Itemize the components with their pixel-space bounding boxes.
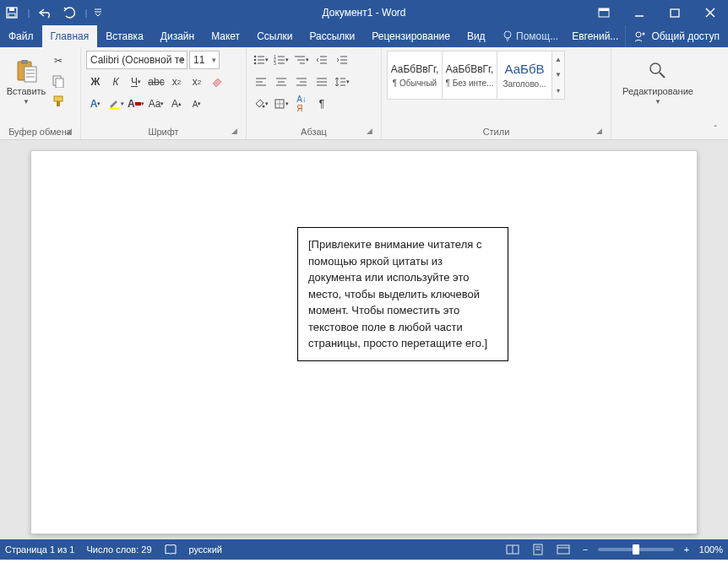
line-spacing-button[interactable]: ▾ <box>333 73 351 91</box>
align-right-button[interactable] <box>292 73 311 91</box>
shrink-font-button[interactable]: A▾ <box>187 95 206 113</box>
style-normal[interactable]: АаБбВвГг, ¶ Обычный <box>387 51 443 100</box>
tell-me[interactable]: Помощ... <box>496 25 565 47</box>
text-effects-button[interactable]: A▾ <box>86 95 105 113</box>
dialog-launcher-icon[interactable]: ◢ <box>63 127 73 137</box>
svg-rect-25 <box>135 102 141 106</box>
italic-button[interactable]: К <box>106 73 125 91</box>
clear-formatting-button[interactable] <box>208 73 226 91</box>
align-right-icon <box>296 77 307 87</box>
svg-point-13 <box>643 33 645 35</box>
styles-gallery-more[interactable]: ▲ ▼ ▾ <box>551 51 565 100</box>
document-page[interactable]: [Привлеките внимание читателя с помощью … <box>30 150 698 534</box>
tab-mailings[interactable]: Рассылки <box>301 25 363 47</box>
show-marks-button[interactable]: ¶ <box>312 95 331 113</box>
close-icon[interactable] <box>693 0 728 25</box>
svg-point-9 <box>504 31 511 38</box>
highlight-button[interactable]: ▾ <box>106 95 125 113</box>
brush-icon <box>52 95 65 108</box>
tab-home[interactable]: Главная <box>42 25 98 47</box>
svg-text:2: 2 <box>274 57 276 62</box>
decrease-indent-button[interactable] <box>312 51 331 69</box>
tab-view[interactable]: Вид <box>459 25 494 47</box>
share-button[interactable]: Общий доступ <box>625 25 728 47</box>
underline-button[interactable]: Ч▾ <box>127 73 145 91</box>
change-case-button[interactable]: Aa▾ <box>147 95 166 113</box>
svg-point-26 <box>254 56 257 58</box>
tab-insert[interactable]: Вставка <box>97 25 152 47</box>
zoom-out-button[interactable]: − <box>579 544 591 555</box>
font-size-dropdown[interactable]: 11 <box>189 51 220 69</box>
view-web-layout[interactable] <box>554 542 573 557</box>
svg-point-30 <box>254 62 257 65</box>
superscript-button[interactable]: x2 <box>187 73 206 91</box>
group-paragraph: ▾ 123▾ ▾ ▾ ▾ ▾ A↓Я ¶ Абзац ◢ <box>247 47 382 139</box>
svg-rect-22 <box>54 96 62 101</box>
undo-icon[interactable] <box>34 0 57 25</box>
account-name[interactable]: Евгений... <box>565 25 625 47</box>
view-read-mode[interactable] <box>503 542 522 557</box>
expand-icon: ▾ <box>557 87 560 95</box>
numbering-button[interactable]: 123▾ <box>272 51 291 69</box>
zoom-slider[interactable] <box>598 548 674 551</box>
tab-references[interactable]: Ссылки <box>248 25 301 47</box>
multilevel-icon <box>294 55 306 65</box>
tab-layout[interactable]: Макет <box>203 25 248 47</box>
svg-point-66 <box>650 63 660 73</box>
strikethrough-button[interactable]: abc <box>147 73 166 91</box>
window-title: Документ1 - Word <box>322 7 405 19</box>
copy-button[interactable] <box>49 73 68 89</box>
collapse-ribbon-button[interactable]: ˆ <box>708 122 723 136</box>
font-name-dropdown[interactable]: Calibri (Основной те <box>86 51 187 69</box>
ribbon-tabs: Файл Главная Вставка Дизайн Макет Ссылки… <box>0 25 728 47</box>
justify-button[interactable] <box>312 73 331 91</box>
sort-button[interactable]: A↓Я <box>292 95 311 113</box>
highlighter-icon <box>107 97 121 111</box>
dialog-launcher-icon[interactable]: ◢ <box>229 127 239 137</box>
borders-button[interactable]: ▾ <box>272 95 291 113</box>
bold-button[interactable]: Ж <box>86 73 105 91</box>
align-center-button[interactable] <box>272 73 291 91</box>
group-font-label: Шрифт ◢ <box>86 125 241 139</box>
minimize-icon[interactable] <box>622 0 657 25</box>
grow-font-button[interactable]: A▴ <box>167 95 186 113</box>
increase-indent-button[interactable] <box>333 51 351 69</box>
font-color-button[interactable]: A▾ <box>127 95 145 113</box>
cut-button[interactable]: ✂ <box>49 52 68 69</box>
qat-customize-icon[interactable] <box>91 0 105 25</box>
paste-button[interactable]: Вставить ▼ <box>5 51 47 111</box>
format-painter-button[interactable] <box>49 93 68 110</box>
document-workspace[interactable]: [Привлеките внимание читателя с помощью … <box>0 140 728 539</box>
tab-file[interactable]: Файл <box>0 25 42 47</box>
status-proofing[interactable] <box>164 544 177 555</box>
dialog-launcher-icon[interactable]: ◢ <box>594 127 604 137</box>
editing-button[interactable]: Редактирование ▼ <box>617 51 699 111</box>
tab-review[interactable]: Рецензирование <box>363 25 459 47</box>
style-heading1[interactable]: АаБбВ Заголово... <box>497 51 552 100</box>
zoom-in-button[interactable]: + <box>681 544 693 555</box>
zoom-slider-thumb[interactable] <box>633 544 639 555</box>
tab-design[interactable]: Дизайн <box>152 25 203 47</box>
status-word-count[interactable]: Число слов: 29 <box>86 544 151 555</box>
group-editing: Редактирование ▼ <box>611 47 704 139</box>
style-no-spacing[interactable]: АаБбВвГг, ¶ Без инте... <box>442 51 497 100</box>
group-styles: АаБбВвГг, ¶ Обычный АаБбВвГг, ¶ Без инте… <box>382 47 611 139</box>
svg-rect-6 <box>671 9 679 17</box>
text-box[interactable]: [Привлеките внимание читателя с помощью … <box>297 227 508 361</box>
ribbon-display-options-icon[interactable] <box>586 0 622 25</box>
save-icon[interactable] <box>0 0 24 25</box>
status-page[interactable]: Страница 1 из 1 <box>5 544 74 555</box>
group-styles-label: Стили ◢ <box>387 125 606 139</box>
subscript-button[interactable]: x2 <box>167 73 186 91</box>
align-left-button[interactable] <box>252 73 270 91</box>
zoom-level[interactable]: 100% <box>699 544 723 555</box>
status-language[interactable]: русский <box>189 544 222 555</box>
dialog-launcher-icon[interactable]: ◢ <box>364 127 374 137</box>
bullets-button[interactable]: ▾ <box>252 51 270 69</box>
chevron-up-icon: ▲ <box>555 56 562 63</box>
maximize-icon[interactable] <box>657 0 693 25</box>
multilevel-list-button[interactable]: ▾ <box>292 51 311 69</box>
shading-button[interactable]: ▾ <box>252 95 270 113</box>
redo-icon[interactable] <box>57 0 81 25</box>
view-print-layout[interactable] <box>529 542 547 557</box>
